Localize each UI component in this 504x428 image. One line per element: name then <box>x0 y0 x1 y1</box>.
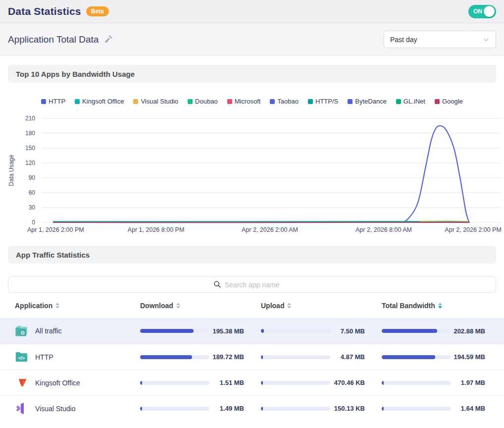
upload-cell: 4.87 MB <box>261 353 382 361</box>
download-bar <box>140 407 209 411</box>
total-bandwidth-value: 194.59 MB <box>454 353 485 361</box>
download-bar-fill <box>140 329 194 333</box>
http-code-folder-icon: </> <box>15 350 28 364</box>
column-header-download[interactable]: Download <box>140 302 261 310</box>
total-bandwidth-bar <box>382 407 451 411</box>
legend-item-http[interactable]: HTTP <box>41 98 65 105</box>
legend-item-kingsoft-office[interactable]: Kingsoft Office <box>75 98 124 105</box>
page-title: Data Statistics <box>8 5 81 17</box>
legend-item-http-s[interactable]: HTTP/S <box>308 98 338 105</box>
legend-label: HTTP <box>49 98 65 105</box>
upload-bar-fill <box>261 355 263 359</box>
search-input[interactable] <box>8 276 496 293</box>
table-section-title: App Traffic Statistics <box>16 251 90 259</box>
legend-label: Microsoft <box>235 98 261 105</box>
y-axis-tick-label: 90 <box>29 174 36 181</box>
upload-bar <box>261 355 330 359</box>
table-section-header: App Traffic Statistics <box>8 246 496 264</box>
legend-item-microsoft[interactable]: Microsoft <box>227 98 261 105</box>
legend-item-visual-studio[interactable]: Visual Studio <box>133 98 178 105</box>
legend-item-taobao[interactable]: Taobao <box>270 98 299 105</box>
application-cell: Visual Studio <box>15 402 140 415</box>
total-bandwidth-cell: 1.64 MB <box>382 405 485 412</box>
legend-swatch <box>270 99 275 104</box>
total-bandwidth-value: 202.88 MB <box>454 327 485 335</box>
column-header-application[interactable]: Application <box>15 302 140 310</box>
legend-label: Kingsoft Office <box>82 98 124 105</box>
legend-item-doubao[interactable]: Doubao <box>188 98 218 105</box>
column-header-label: Upload <box>261 302 284 310</box>
upload-value: 4.87 MB <box>341 353 382 361</box>
upload-value: 7.50 MB <box>341 327 382 335</box>
visual-studio-icon <box>15 402 28 415</box>
sort-arrows-icon[interactable] <box>55 303 59 309</box>
column-header-upload[interactable]: Upload <box>261 302 382 310</box>
legend-label: GL.iNet <box>403 98 425 105</box>
legend-label: Taobao <box>277 98 299 105</box>
upload-cell: 150.13 KB <box>261 405 382 412</box>
upload-value: 470.46 KB <box>334 379 382 386</box>
upload-bar <box>261 407 330 411</box>
download-value: 1.49 MB <box>220 405 261 412</box>
time-range-select[interactable]: Past day <box>384 31 496 48</box>
x-axis-tick-label: Apr 2, 2026 8:00 AM <box>355 226 412 233</box>
total-bandwidth-bar <box>382 381 451 385</box>
legend-label: Google <box>442 98 463 105</box>
total-bandwidth-bar <box>382 329 451 333</box>
top-header-bar: Data Statistics Beta ON <box>0 0 504 23</box>
column-header-label: Total Bandwidth <box>382 302 435 310</box>
upload-value: 150.13 KB <box>334 405 382 412</box>
y-axis-tick-label: 30 <box>29 204 36 211</box>
download-cell: 189.72 MB <box>140 353 261 361</box>
download-bar-fill <box>140 381 142 385</box>
legend-item-bytedance[interactable]: ByteDance <box>348 98 387 105</box>
upload-bar <box>261 329 330 333</box>
sort-down-arrow <box>55 306 59 309</box>
upload-bar-fill <box>261 407 263 411</box>
time-range-value: Past day <box>390 36 417 44</box>
x-axis-tick-label: Apr 1, 2026 2:00 PM <box>27 226 84 233</box>
download-bar <box>140 329 209 333</box>
upload-bar-fill <box>261 329 264 333</box>
upload-cell: 7.50 MB <box>261 327 382 335</box>
sort-arrows-icon[interactable] <box>287 303 291 309</box>
legend-swatch <box>75 99 80 104</box>
table-row-all-traffic: All traffic 195.38 MB 7.50 MB 202.88 MB <box>0 318 504 344</box>
legend-item-gl-inet[interactable]: GL.iNet <box>396 98 425 105</box>
total-bandwidth-cell: 1.97 MB <box>382 379 485 386</box>
legend-label: Doubao <box>195 98 218 105</box>
table-header-row: ApplicationDownloadUploadTotal Bandwidth <box>8 302 496 310</box>
sort-arrows-icon[interactable] <box>438 303 442 309</box>
y-axis-tick-label: 0 <box>32 219 35 226</box>
legend-item-google[interactable]: Google <box>435 98 463 105</box>
clear-data-broom-icon[interactable] <box>103 35 113 44</box>
y-axis-tick-label: 60 <box>29 189 36 196</box>
toggle-on-label: ON <box>473 8 482 15</box>
chart-section-header: Top 10 Apps by Bandwidth Usage <box>8 65 496 83</box>
download-cell: 1.49 MB <box>140 405 261 412</box>
download-cell: 195.38 MB <box>140 327 261 335</box>
column-header-label: Download <box>140 302 173 310</box>
download-value: 189.72 MB <box>212 353 261 361</box>
legend-swatch <box>435 99 440 104</box>
total-bandwidth-value: 1.97 MB <box>461 379 485 386</box>
y-axis-tick-label: 150 <box>25 145 35 152</box>
table-row-visual-studio: Visual Studio 1.49 MB 150.13 KB 1.64 MB <box>0 395 504 421</box>
column-header-total-bandwidth[interactable]: Total Bandwidth <box>382 302 496 310</box>
feature-on-off-toggle[interactable]: ON <box>468 5 496 18</box>
legend-swatch <box>188 99 193 104</box>
sort-arrows-icon[interactable] <box>176 303 180 309</box>
download-bar <box>140 355 209 359</box>
sort-up-arrow <box>438 303 442 305</box>
legend-swatch <box>133 99 138 104</box>
beta-badge: Beta <box>86 6 109 16</box>
table-row-kingsoft-office: Kingsoft Office 1.51 MB 470.46 KB 1.97 M… <box>0 370 504 395</box>
kingsoft-wps-icon <box>15 376 28 389</box>
application-name: Visual Studio <box>35 405 75 413</box>
application-cell: Kingsoft Office <box>15 376 140 389</box>
legend-swatch <box>227 99 232 104</box>
total-bandwidth-bar-fill <box>382 407 384 411</box>
download-bar-fill <box>140 407 142 411</box>
sort-up-arrow <box>176 303 180 305</box>
upload-cell: 470.46 KB <box>261 379 382 386</box>
